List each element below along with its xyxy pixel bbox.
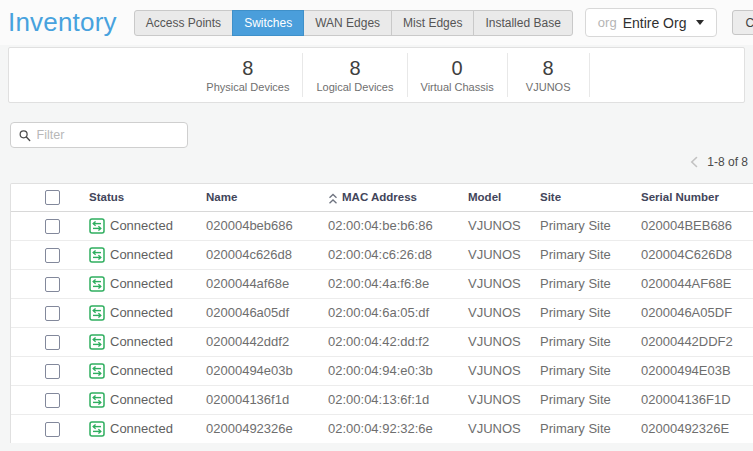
status-label: Connected: [110, 305, 173, 320]
previous-page-button[interactable]: [690, 156, 698, 168]
name-cell[interactable]: 0200046a05df: [196, 298, 318, 327]
row-checkbox[interactable]: [45, 248, 60, 263]
search-icon: [19, 129, 31, 142]
status-cell: Connected: [79, 269, 196, 298]
serial-cell: 02000494E03B: [631, 356, 753, 385]
stat-logical-devices: 8 Logical Devices: [303, 53, 407, 97]
switch-connected-icon: [89, 276, 105, 292]
stat-label: Virtual Chassis: [421, 81, 494, 93]
row-checkbox-cell: [11, 269, 79, 298]
table-row[interactable]: Connected 020004c626d8 02:00:04:c6:26:d8…: [11, 240, 753, 269]
stat-vjunos: 8 VJUNOS: [508, 53, 590, 97]
tab-installed-base[interactable]: Installed Base: [473, 10, 572, 36]
name-cell[interactable]: 02000494e03b: [196, 356, 318, 385]
claim-switches-button[interactable]: Claim Switches: [732, 10, 753, 35]
model-cell: VJUNOS: [458, 269, 530, 298]
column-header-model[interactable]: Model: [458, 184, 530, 211]
name-cell[interactable]: 020004136f1d: [196, 385, 318, 414]
table-row[interactable]: Connected 020004beb686 02:00:04:be:b6:86…: [11, 211, 753, 240]
switch-connected-icon: [89, 305, 105, 321]
pagination: 1-8 of 8: [0, 154, 748, 170]
site-cell: Primary Site: [530, 211, 631, 240]
row-checkbox-cell: [11, 211, 79, 240]
row-checkbox[interactable]: [45, 335, 60, 350]
select-all-checkbox[interactable]: [45, 190, 60, 205]
tab-access-points[interactable]: Access Points: [134, 10, 233, 36]
switches-table-card: Status Name MAC Address Model Site: [10, 183, 753, 443]
column-header-status[interactable]: Status: [79, 184, 196, 211]
switch-connected-icon: [89, 392, 105, 408]
org-prefix-label: org: [598, 15, 617, 30]
row-checkbox-cell: [11, 327, 79, 356]
table-row[interactable]: Connected 020004136f1d 02:00:04:13:6f:1d…: [11, 385, 753, 414]
table-header-row: Status Name MAC Address Model Site: [11, 184, 753, 211]
mac-cell: 02:00:04:be:b6:86: [318, 211, 458, 240]
table-row[interactable]: Connected 02000442ddf2 02:00:04:42:dd:f2…: [11, 327, 753, 356]
stat-label: VJUNOS: [526, 81, 571, 93]
stat-value: 8: [543, 57, 554, 79]
status-label: Connected: [110, 334, 173, 349]
row-checkbox-cell: [11, 356, 79, 385]
row-checkbox-cell: [11, 414, 79, 443]
tab-wan-edges[interactable]: WAN Edges: [303, 10, 392, 36]
table-row[interactable]: Connected 02000494e03b 02:00:04:94:e0:3b…: [11, 356, 753, 385]
table-row[interactable]: Connected 0200046a05df 02:00:04:6a:05:df…: [11, 298, 753, 327]
table-row[interactable]: Connected 02000492326e 02:00:04:92:32:6e…: [11, 414, 753, 443]
row-checkbox-cell: [11, 240, 79, 269]
table-body: Connected 020004beb686 02:00:04:be:b6:86…: [11, 211, 753, 443]
switch-connected-icon: [89, 247, 105, 263]
row-checkbox[interactable]: [45, 422, 60, 437]
chevron-down-icon: [696, 20, 704, 25]
sort-ascending-icon: [328, 193, 338, 205]
name-cell[interactable]: 020004c626d8: [196, 240, 318, 269]
model-cell: VJUNOS: [458, 385, 530, 414]
name-cell[interactable]: 0200044af68e: [196, 269, 318, 298]
status-cell: Connected: [79, 211, 196, 240]
status-label: Connected: [110, 276, 173, 291]
stat-value: 8: [242, 57, 253, 79]
column-header-name[interactable]: Name: [196, 184, 318, 211]
status-cell: Connected: [79, 356, 196, 385]
name-cell[interactable]: 02000492326e: [196, 414, 318, 443]
row-checkbox[interactable]: [45, 219, 60, 234]
switch-connected-icon: [89, 218, 105, 234]
row-checkbox[interactable]: [45, 277, 60, 292]
tab-mist-edges[interactable]: Mist Edges: [391, 10, 474, 36]
status-label: Connected: [110, 218, 173, 233]
switch-connected-icon: [89, 363, 105, 379]
column-header-mac[interactable]: MAC Address: [318, 184, 458, 211]
filter-box: [10, 122, 188, 148]
site-cell: Primary Site: [530, 327, 631, 356]
model-cell: VJUNOS: [458, 211, 530, 240]
serial-cell: 020004136F1D: [631, 385, 753, 414]
tab-label: WAN Edges: [315, 16, 380, 30]
row-checkbox[interactable]: [45, 393, 60, 408]
row-checkbox[interactable]: [45, 364, 60, 379]
status-label: Connected: [110, 392, 173, 407]
stat-label: Physical Devices: [206, 81, 289, 93]
name-cell[interactable]: 020004beb686: [196, 211, 318, 240]
mac-cell: 02:00:04:c6:26:d8: [318, 240, 458, 269]
stat-label: Logical Devices: [316, 81, 393, 93]
site-cell: Primary Site: [530, 356, 631, 385]
inventory-tabs: Access Points Switches WAN Edges Mist Ed…: [134, 10, 573, 36]
site-cell: Primary Site: [530, 240, 631, 269]
site-cell: Primary Site: [530, 385, 631, 414]
status-label: Connected: [110, 421, 173, 436]
column-header-serial[interactable]: Serial Number: [631, 184, 753, 211]
stat-physical-devices: 8 Physical Devices: [193, 53, 303, 97]
name-cell[interactable]: 02000442ddf2: [196, 327, 318, 356]
page-title: Inventory: [8, 7, 117, 38]
inventory-stats-card: 8 Physical Devices 8 Logical Devices 0 V…: [8, 47, 745, 103]
filter-input[interactable]: [37, 128, 179, 142]
serial-cell: 02000442DDF2: [631, 327, 753, 356]
row-checkbox[interactable]: [45, 306, 60, 321]
status-label: Connected: [110, 247, 173, 262]
column-header-site[interactable]: Site: [530, 184, 631, 211]
model-cell: VJUNOS: [458, 240, 530, 269]
tab-switches[interactable]: Switches: [232, 10, 304, 36]
tab-label: Mist Edges: [403, 16, 462, 30]
table-row[interactable]: Connected 0200044af68e 02:00:04:4a:f6:8e…: [11, 269, 753, 298]
org-selector[interactable]: org Entire Org: [585, 8, 718, 37]
switch-connected-icon: [89, 334, 105, 350]
